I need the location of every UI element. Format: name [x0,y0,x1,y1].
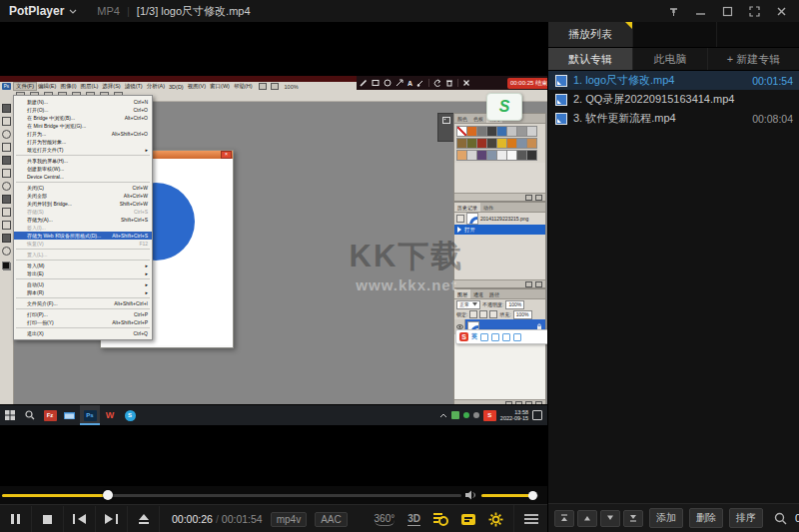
tab-slot[interactable] [632,22,716,47]
3d-button[interactable]: 3D [407,513,420,526]
ps-toolbox [0,101,14,407]
taskbar-apps: FzPsWS [0,405,140,425]
pencil-icon [360,79,368,87]
blend-mode-select: 正常 [456,300,480,309]
maximize-button[interactable] [720,4,734,18]
file-menu-item: 关闭(C)Ctrl+W [14,184,152,192]
video-display[interactable]: Ps 文件(F)编辑(E)图像(I)图层(L)选择(S)滤镜(T)分析(A)3D… [0,22,547,486]
tray-icon [451,411,459,419]
input-method-bar: S 英 [455,329,547,344]
tab-slot[interactable] [716,22,799,47]
file-menu-item: 自动(U)▸ [14,280,152,288]
move-up-button[interactable] [577,510,597,527]
ps-menu-item: 分析(A) [145,83,167,90]
history-snapshot-row: 20141129223215.png [454,213,545,225]
lock-label: 锁定: [456,311,467,317]
move-down-button[interactable] [600,510,620,527]
playlist-subtab[interactable]: 默认专辑 [548,48,633,70]
text-tool-icon: A [407,80,412,87]
taskbar-app-S: S [120,405,140,425]
ps-menu-item: 滤镜(T) [123,83,145,90]
close-button[interactable] [774,4,788,18]
fill-label: 填充: [499,311,510,317]
media-file-icon [555,75,567,87]
ps-color-swatches [2,262,11,270]
speaker-icon[interactable] [465,490,477,500]
file-menu-item: 打开为智能对象... [14,138,152,146]
settings-gear-icon[interactable] [488,512,503,527]
volume-fill [481,494,532,497]
file-menu-item: 打印(P)...Ctrl+P [14,310,152,318]
volume-bar[interactable] [481,494,538,497]
tab-playlist[interactable]: 播放列表 [548,22,632,47]
menu-button[interactable] [513,505,547,532]
search-icon[interactable] [774,512,787,525]
playlist-search-icon[interactable] [433,513,448,526]
system-clock: 13:58 2022-09-15 [500,409,528,422]
menu-separator [16,182,150,183]
volume-handle[interactable] [528,491,537,500]
file-menu-item: 在 Bridge 中浏览(B)...Alt+Ctrl+O [14,114,152,122]
seek-bar[interactable] [2,494,461,497]
stop-button[interactable] [32,506,64,532]
move-top-button[interactable] [554,510,574,527]
chevron-down-icon[interactable] [69,9,77,14]
ps-menu-item: 编辑(E) [36,83,58,90]
playlist-subtab[interactable]: + 新建专辑 [708,48,799,70]
playlist-item[interactable]: 3. 软件更新流程.mp4 00:08:04 [548,109,799,128]
move-bottom-button[interactable] [623,510,643,527]
subtitle-panel-icon[interactable] [461,514,475,525]
taskbar-app-Fz: Fz [40,405,60,425]
screen-recorder-icon: S [486,93,522,121]
file-menu-item: 存储为(A)...Shift+Ctrl+S [14,216,152,224]
recorder-annotation-toolbar: A 00:00:25 结束 [357,76,547,90]
file-menu-item: 置入(L)... [14,251,152,259]
ps-file-menu: 新建(N)...Ctrl+N打开(O)...Ctrl+O在 Bridge 中浏览… [13,95,153,340]
ps-menu-item: 视图(V) [186,83,208,90]
media-file-icon [555,94,567,106]
ps-menu-item: 帮助(H) [232,83,255,90]
total-time: 00:01:54 [222,513,263,525]
seek-row [0,486,547,504]
menu-separator [16,297,150,298]
rectangle-icon [372,79,380,87]
playlist-subtabs: 默认专辑此电脑+ 新建专辑 [548,48,799,71]
playlist-item[interactable]: 1. logo尺寸修改.mp4 00:01:54 [548,71,799,90]
open-file-button[interactable] [128,506,160,532]
next-button[interactable] [96,506,128,532]
panel-tab: 动作 [480,203,496,212]
previous-button[interactable] [64,506,96,532]
fullscreen-button[interactable] [747,4,761,18]
panel-tab: 色板 [470,114,486,123]
style-swatch [526,126,537,137]
ps-menu-item: 3D(D) [167,84,186,90]
seek-handle[interactable] [103,490,113,500]
delete-button[interactable]: 删除 [689,508,723,528]
taskbar-app-search [20,405,40,425]
tray-expand-icon [439,413,447,418]
taskbar-app-W: W [100,405,120,425]
ps-menu-item: 窗口(W) [208,83,232,90]
opacity-label: 不透明度: [482,301,503,307]
pin-icon[interactable] [666,4,680,18]
vr-360-button[interactable]: 360° [375,513,396,526]
ps-logo: Ps [2,83,11,90]
minimize-button[interactable] [693,4,707,18]
add-button[interactable]: 添加 [649,508,683,528]
file-menu-item: 创建新审核(W)... [14,165,152,173]
window-title: [1/3] logo尺寸修改.mp4 [137,4,251,19]
opacity-value: 100% [505,300,524,309]
menu-separator [16,278,150,279]
menu-separator [16,308,150,309]
titlebar[interactable]: PotPlayer MP4 | [1/3] logo尺寸修改.mp4 [0,0,799,22]
pause-button[interactable] [0,506,32,532]
file-menu-item: 新建(N)...Ctrl+N [14,98,152,106]
playlist-item[interactable]: 2. QQ录屏20220915163414.mp4 [548,90,799,109]
menu-separator [16,155,150,156]
history-file-name: 20141129223215.png [480,216,528,222]
media-file-icon [555,113,567,125]
playlist-subtab[interactable]: 此电脑 [633,48,708,70]
app-name[interactable]: PotPlayer [9,4,64,18]
file-menu-item: 关闭全部Alt+Ctrl+W [14,192,152,200]
sort-button[interactable]: 排序 [729,508,763,528]
